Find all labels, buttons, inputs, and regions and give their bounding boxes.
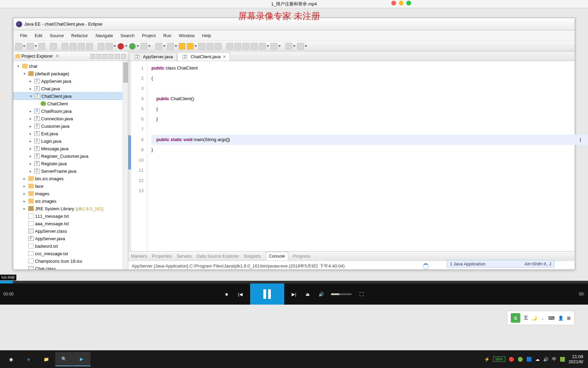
minimize-view-icon[interactable] bbox=[115, 54, 120, 59]
bottom-tab-data-source-explorer[interactable]: Data Source Explorer bbox=[197, 254, 239, 259]
tray-icon[interactable]: 🟢 bbox=[518, 357, 523, 362]
new-button[interactable] bbox=[15, 43, 22, 50]
tray-icon[interactable]: 🔴 bbox=[509, 357, 514, 362]
misc-button[interactable] bbox=[251, 43, 258, 50]
save-button[interactable] bbox=[27, 43, 34, 50]
toggle-button[interactable] bbox=[50, 43, 57, 50]
taskbar-player[interactable]: ▶ bbox=[73, 352, 91, 366]
mute-button[interactable]: 🔊 bbox=[317, 290, 325, 298]
tree-node[interactable]: ▾(default package) bbox=[13, 70, 128, 77]
ime-logo-icon[interactable]: S bbox=[511, 313, 520, 323]
build-button[interactable] bbox=[98, 43, 104, 50]
chevron-down-icon[interactable] bbox=[23, 45, 26, 47]
stop-button[interactable]: ■ bbox=[223, 290, 230, 298]
open-type-button[interactable] bbox=[179, 43, 185, 50]
tree-node[interactable]: ▸ChatRoom.java bbox=[13, 107, 128, 115]
menu-file[interactable]: File bbox=[17, 32, 31, 40]
tree-node[interactable]: 111_message.txt bbox=[13, 212, 128, 220]
menu-search[interactable]: Search bbox=[117, 32, 138, 40]
menu-edit[interactable]: Edit bbox=[31, 32, 46, 40]
file-tree[interactable]: ▾chat▾(default package)▸AppServer.java▸C… bbox=[13, 61, 128, 270]
prev-button[interactable]: |◀ bbox=[236, 290, 244, 298]
debug-button[interactable] bbox=[117, 43, 124, 50]
tray-icon[interactable]: 🟦 bbox=[526, 357, 532, 362]
chevron-down-icon[interactable] bbox=[175, 45, 177, 47]
menu-window[interactable]: Window bbox=[176, 32, 198, 40]
menu-source[interactable]: Source bbox=[46, 32, 67, 40]
tree-node[interactable]: ▸Register.java bbox=[13, 160, 128, 167]
tree-node[interactable]: ChatClient bbox=[13, 100, 128, 107]
tree-node[interactable]: ▸ServerFrame.java bbox=[13, 167, 128, 175]
minimize-icon[interactable] bbox=[399, 1, 404, 5]
tray-icon[interactable]: ☁ bbox=[535, 357, 540, 362]
fullscreen-button[interactable]: ⛶ bbox=[358, 290, 365, 298]
ime-grid-icon[interactable]: ⊞ bbox=[567, 316, 571, 321]
annotation-button[interactable] bbox=[215, 43, 222, 50]
focus-icon[interactable] bbox=[103, 54, 108, 59]
ime-mode[interactable]: 五 bbox=[524, 315, 528, 321]
chevron-down-icon[interactable] bbox=[136, 45, 139, 47]
chevron-down-icon[interactable] bbox=[194, 45, 197, 47]
close-view-icon[interactable]: ✕ bbox=[55, 53, 59, 59]
annotation-button[interactable] bbox=[207, 43, 213, 50]
collapse-all-icon[interactable] bbox=[91, 54, 95, 59]
ime-moon-icon[interactable]: 🌙 bbox=[532, 316, 537, 321]
tree-node[interactable]: ▾ChatClient.java bbox=[13, 92, 128, 100]
tree-node[interactable]: AppServer.class bbox=[13, 227, 128, 235]
tree-node[interactable]: ▸AppServer.java bbox=[13, 77, 128, 85]
ime-toolbar[interactable]: S 五 🌙 ， ⌨ 👤 ⊞ bbox=[507, 311, 574, 325]
bottom-tab-markers[interactable]: Markers bbox=[131, 254, 147, 259]
chevron-down-icon[interactable] bbox=[293, 45, 296, 47]
tray-icon[interactable]: 🟩 bbox=[560, 357, 565, 362]
redo-button[interactable] bbox=[70, 43, 77, 50]
editor-tab[interactable]: AppServer.java bbox=[130, 52, 177, 61]
scrollbar[interactable] bbox=[122, 61, 128, 270]
tree-node[interactable]: Champicons Icon 19.ico bbox=[13, 257, 128, 265]
tree-node[interactable]: ▾chat bbox=[13, 62, 128, 70]
coverage-button[interactable] bbox=[141, 43, 147, 50]
ime-keyboard-icon[interactable]: ⌨ bbox=[548, 316, 555, 321]
maximize-view-icon[interactable] bbox=[121, 54, 126, 59]
tree-node[interactable]: ▸Connection.java bbox=[13, 115, 128, 122]
ime-comma-icon[interactable]: ， bbox=[540, 315, 545, 321]
volume-slider[interactable] bbox=[331, 293, 352, 295]
seek-bar[interactable]: 5分35秒 bbox=[0, 281, 588, 283]
clock-date[interactable]: 2021/6/ bbox=[569, 359, 583, 364]
tree-node[interactable]: aaa_message.txt bbox=[13, 220, 128, 227]
link-editor-icon[interactable] bbox=[97, 54, 101, 59]
tree-node[interactable]: Chat.class bbox=[13, 265, 128, 270]
tree-node[interactable]: badword.txt bbox=[13, 242, 128, 250]
chevron-down-icon[interactable] bbox=[278, 45, 281, 47]
run-as-popup[interactable]: 1 Java Application Alt+Shift+X, J bbox=[447, 260, 554, 267]
tree-node[interactable]: ▸Customer.java bbox=[13, 122, 128, 130]
close-icon[interactable] bbox=[391, 1, 396, 5]
step-button[interactable] bbox=[78, 43, 85, 50]
eject-button[interactable]: ⏏ bbox=[304, 290, 311, 298]
tree-node[interactable]: ▸Login.java bbox=[13, 137, 128, 145]
pin-button[interactable] bbox=[234, 43, 241, 50]
code-editor[interactable]: 1234 5678 910111213 public class ChatCli… bbox=[128, 61, 575, 251]
taskbar-explorer[interactable]: 📁 bbox=[37, 352, 55, 366]
editor-tab[interactable]: ChatClient.java✕ bbox=[177, 52, 230, 61]
open-task-button[interactable] bbox=[187, 43, 194, 50]
back-button[interactable] bbox=[285, 43, 292, 50]
menu-navigate[interactable]: Navigate bbox=[92, 32, 116, 40]
run-button[interactable] bbox=[129, 43, 136, 50]
pause-button[interactable] bbox=[250, 283, 284, 305]
save-all-button[interactable] bbox=[38, 43, 45, 50]
code-content[interactable]: public class ChatClient{ public ChatClie… bbox=[147, 61, 575, 251]
tree-node[interactable]: ccc_message.txt bbox=[13, 250, 128, 257]
bottom-tab-properties[interactable]: Properties bbox=[152, 254, 172, 259]
maximize-icon[interactable] bbox=[406, 1, 411, 5]
chevron-down-icon[interactable] bbox=[305, 45, 307, 47]
tray-ime[interactable]: 中 bbox=[552, 356, 556, 362]
chevron-down-icon[interactable] bbox=[34, 45, 37, 47]
chevron-down-icon[interactable] bbox=[163, 45, 166, 47]
ime-person-icon[interactable]: 👤 bbox=[558, 316, 564, 321]
taskbar-search[interactable]: 🔍 bbox=[55, 352, 73, 366]
tree-node[interactable]: ▸Chat.java bbox=[13, 85, 128, 92]
next-button[interactable]: ▶| bbox=[290, 290, 298, 298]
bottom-tab-servers[interactable]: Servers bbox=[177, 254, 192, 259]
tree-node[interactable]: ▸Message.java bbox=[13, 145, 128, 152]
misc-button[interactable] bbox=[259, 43, 266, 50]
